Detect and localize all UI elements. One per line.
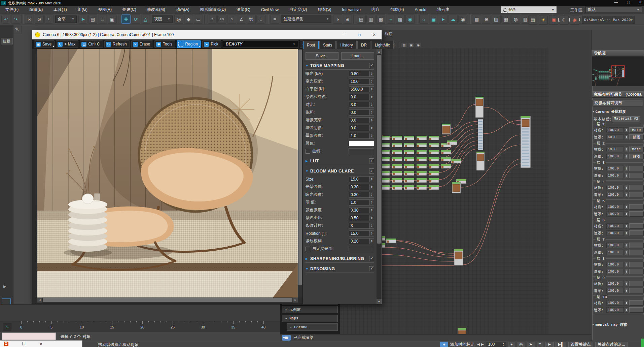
spinner-control[interactable]: ▲▼ xyxy=(370,215,374,221)
schematic-view-icon[interactable]: ▧ xyxy=(396,14,405,24)
section-checkbox[interactable]: ✓ xyxy=(369,158,374,163)
material-button[interactable] xyxy=(629,166,644,171)
spinner-control[interactable]: ▲▼ xyxy=(625,230,628,236)
region-button[interactable]: Region xyxy=(177,40,201,48)
menu-item[interactable]: 图形编辑器(D) xyxy=(195,6,231,13)
mask-amount-field[interactable]: 100.0 xyxy=(606,173,624,178)
undo-icon[interactable]: ↶ xyxy=(1,14,10,24)
value-field[interactable]: 6500.0 xyxy=(349,86,370,92)
vfb-tab-post[interactable]: Post xyxy=(303,41,319,49)
menu-item[interactable]: 文件(F) xyxy=(0,6,24,13)
vfb-tab-stats[interactable]: Stats xyxy=(319,41,336,49)
mask-button[interactable] xyxy=(629,230,644,236)
vfb-close-button[interactable]: ✕ xyxy=(367,30,382,39)
rendered-frame-icon[interactable]: ▣ xyxy=(429,14,438,24)
spinner-control[interactable]: ▲▼ xyxy=(625,269,628,274)
material-amount-field[interactable]: 100.0 xyxy=(606,300,624,306)
spinner-control[interactable]: ▲▼ xyxy=(625,185,628,190)
spinner-control[interactable]: ▲▼ xyxy=(370,94,374,100)
spinner-control[interactable]: ▲▼ xyxy=(625,166,628,171)
menu-item[interactable]: 视图(V) xyxy=(93,6,117,13)
bind-spacewarp-icon[interactable]: ≈ xyxy=(44,14,53,24)
spinner-control[interactable]: ▲▼ xyxy=(625,288,628,293)
mask-amount-field[interactable]: 100.0 xyxy=(606,250,624,255)
menu-item[interactable]: 溜云库 xyxy=(432,6,455,13)
section-header[interactable]: ▶LUT✓ xyxy=(306,158,374,165)
snap-toggle-2-icon[interactable]: 2 xyxy=(208,14,217,24)
maxscript-mini-listener[interactable] xyxy=(2,333,56,340)
spinner-control[interactable]: ▲▼ xyxy=(370,223,374,229)
material-button[interactable]: Mate xyxy=(629,147,644,152)
max-tool-e-icon[interactable]: ◍ xyxy=(511,14,520,24)
mask-button[interactable] xyxy=(629,307,644,313)
render-setup-icon[interactable]: ☼ xyxy=(419,14,428,24)
value-field[interactable]: 0.0 xyxy=(349,94,370,100)
select-manipulate-icon[interactable]: ◆ xyxy=(184,14,193,24)
slate-tool-c-icon[interactable]: ▥ xyxy=(401,42,407,48)
spinner-control[interactable]: ▲▼ xyxy=(625,154,628,159)
spinner-control[interactable]: ▲▼ xyxy=(370,102,374,108)
section-header[interactable]: ▼BLOOM AND GLARE✓ xyxy=(306,168,374,175)
material-button[interactable] xyxy=(629,262,644,267)
window-crossing-icon[interactable]: ▣ xyxy=(108,14,117,24)
spinner-control[interactable]: ▲▼ xyxy=(625,127,628,133)
value-field[interactable]: 0.20 xyxy=(349,238,370,244)
menu-item[interactable]: 渲染(R) xyxy=(231,6,256,13)
vfb-minimize-button[interactable]: — xyxy=(337,30,352,39)
menu-item[interactable]: 工具(T) xyxy=(48,6,72,13)
moon-icon[interactable]: ☾ xyxy=(560,15,569,25)
mask-amount-field[interactable]: 100.0 xyxy=(606,288,624,293)
spinner-control[interactable]: ▲▼ xyxy=(370,125,374,131)
mask-button[interactable] xyxy=(629,211,644,217)
mask-amount-field[interactable]: 40.0 xyxy=(606,134,624,140)
section-header[interactable]: ▶SHARPENING/BLURRING✓ xyxy=(306,256,374,263)
material-button[interactable]: Mate xyxy=(629,127,644,133)
material-amount-field[interactable]: 100.0 xyxy=(606,185,624,190)
max-tool-d-icon[interactable]: ▦ xyxy=(501,14,510,24)
value-field[interactable]: 3 xyxy=(349,223,370,229)
render-image[interactable] xyxy=(37,49,298,297)
spinner-control[interactable]: ▲▼ xyxy=(370,86,374,92)
snap-toggle-3-icon[interactable]: 3 xyxy=(227,14,236,24)
spinner-control[interactable]: ▲▼ xyxy=(625,307,628,313)
menu-item[interactable]: 脚本(S) xyxy=(312,6,336,13)
keyboard-override-icon[interactable]: ▭ xyxy=(194,14,203,24)
max-tool-c-icon[interactable]: ▨ xyxy=(492,14,501,24)
mask-button[interactable] xyxy=(629,192,644,197)
post-save-button[interactable]: Save... xyxy=(306,52,338,60)
pen-icon[interactable]: ✎ xyxy=(12,25,22,34)
dock-expand-icon[interactable]: ▶ xyxy=(3,284,6,289)
close-button[interactable]: ✕ xyxy=(639,0,642,4)
browser-item[interactable]: + 示例窗 xyxy=(282,306,338,313)
mask-button[interactable]: 贴图 xyxy=(629,134,644,140)
login-button[interactable]: 登录 ▼ xyxy=(501,6,557,13)
mask-amount-field[interactable]: 100.0 xyxy=(606,230,624,236)
spinner-control[interactable]: ▲▼ xyxy=(625,250,628,255)
refresh-button[interactable]: ↻Refresh xyxy=(104,40,130,48)
lightbulb-icon[interactable]: ☀ xyxy=(539,15,548,25)
spinner-control[interactable]: ▲▼ xyxy=(625,281,628,286)
scene-explorer-icon[interactable]: ▤ xyxy=(357,14,366,24)
section-checkbox[interactable]: ✓ xyxy=(369,63,374,68)
slate-tool-e-icon[interactable]: ◉ xyxy=(415,42,421,48)
material-button[interactable] xyxy=(629,300,644,306)
curve-editor-icon[interactable]: ~ xyxy=(386,14,395,24)
use-pivot-icon[interactable]: ◎ xyxy=(174,14,183,24)
align-icon[interactable]: ⊞ xyxy=(343,14,352,24)
base-material-button[interactable]: Material #2 xyxy=(612,116,640,122)
rollout-mentalray[interactable]: ▶ mental ray 连接 xyxy=(593,321,643,327)
select-link-icon[interactable]: ∞ xyxy=(25,14,34,24)
vertical-scrollbar[interactable] xyxy=(298,49,302,297)
menu-item[interactable]: 动画(A) xyxy=(171,6,195,13)
time-tag-icon[interactable]: ◈ xyxy=(440,342,448,347)
scroll-up-icon[interactable]: ▲ xyxy=(377,49,382,54)
post-load-button[interactable]: Load... xyxy=(341,52,374,60)
menu-item[interactable]: Interactive xyxy=(336,6,366,13)
browser-item[interactable]: - Maps xyxy=(282,315,338,322)
menu-item[interactable]: 修改器(M) xyxy=(142,6,171,13)
render-element-dropdown[interactable]: BEAUTY▼ xyxy=(223,40,298,48)
stereo-camera-icon[interactable]: ◉ xyxy=(570,15,579,25)
material-amount-field[interactable]: 100.0 xyxy=(606,223,624,229)
key-mode-icon[interactable]: ● xyxy=(508,342,515,347)
vfb-tab-lightmix[interactable]: LightMix xyxy=(371,41,394,49)
